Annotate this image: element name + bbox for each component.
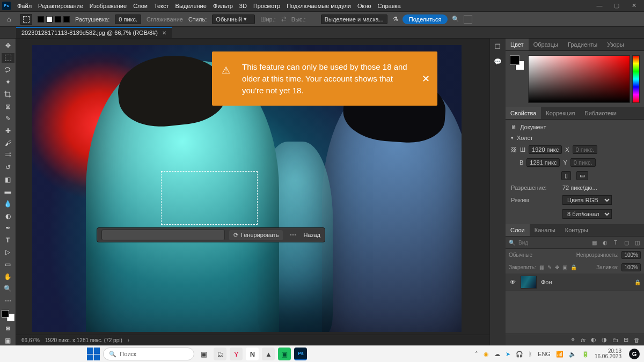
tab-paths[interactable]: Контуры	[560, 224, 593, 236]
gen-more-icon[interactable]: ⋯	[287, 231, 299, 239]
tray-battery-icon[interactable]: 🔋	[582, 351, 589, 358]
minimize-icon[interactable]: —	[595, 2, 604, 9]
filter-search-icon[interactable]: 🔍	[509, 240, 515, 246]
filter-adjust-icon[interactable]: ◐	[601, 239, 609, 246]
menu-plugins[interactable]: Подключаемые модули	[287, 3, 351, 9]
flask-icon[interactable]: ⚗	[393, 16, 398, 23]
menu-3d[interactable]: 3D	[239, 3, 247, 9]
path-select-tool-icon[interactable]: ▷	[2, 247, 14, 257]
tray-bt-icon[interactable]: ᛒ	[529, 351, 532, 357]
fx-icon[interactable]: fx	[581, 337, 586, 343]
group-icon[interactable]: 🗀	[612, 337, 618, 343]
healing-tool-icon[interactable]: ✚	[2, 126, 14, 136]
color-fg-bg[interactable]	[510, 55, 525, 70]
maximize-icon[interactable]: ▢	[612, 2, 621, 9]
adjustment-layer-icon[interactable]: ◑	[602, 336, 607, 343]
notion-icon[interactable]: N	[246, 348, 259, 360]
tray-telegram-icon[interactable]: ➤	[506, 351, 510, 358]
y-input[interactable]: 0 пикс.	[570, 158, 596, 167]
g-badge-icon[interactable]: G	[629, 349, 640, 359]
selection-mode-icons[interactable]	[38, 16, 70, 23]
tab-channels[interactable]: Каналы	[530, 224, 560, 236]
dodge-tool-icon[interactable]: ◐	[2, 211, 14, 221]
hand-tool-icon[interactable]: ✋	[2, 271, 14, 282]
close-tab-icon[interactable]: ✕	[162, 30, 166, 36]
tray-headset-icon[interactable]: 🎧	[516, 351, 523, 358]
brush-tool-icon[interactable]: 🖌	[2, 138, 14, 148]
depth-select[interactable]: 8 бит/канал	[562, 209, 612, 219]
tray-chevron-icon[interactable]: ˄	[475, 351, 478, 358]
lock-all-icon[interactable]: ▦	[539, 264, 544, 270]
tab-color[interactable]: Цвет	[506, 39, 529, 50]
layer-row[interactable]: 👁 Фон 🔒	[506, 274, 644, 291]
clone-tool-icon[interactable]: ⮆	[2, 150, 14, 160]
document-tab[interactable]: 20230128171113-8139d582.jpg @ 66,7% (RGB…	[16, 27, 172, 38]
status-arrow-icon[interactable]: ›	[128, 337, 129, 343]
lock-artboard-icon[interactable]: ▣	[562, 264, 567, 270]
menu-view[interactable]: Просмотр	[253, 3, 280, 9]
menu-edit[interactable]: Редактирование	[38, 3, 83, 9]
generate-button[interactable]: ⟳ Генерировать	[229, 230, 283, 240]
lock-lock-icon[interactable]: 🔒	[570, 264, 577, 270]
link-layers-icon[interactable]: ⚭	[570, 336, 575, 343]
tab-properties[interactable]: Свойства	[506, 107, 541, 119]
menu-window[interactable]: Окно	[357, 3, 371, 9]
yandex-icon[interactable]: Y	[230, 348, 243, 360]
visibility-icon[interactable]: 👁	[509, 279, 516, 285]
type-tool-icon[interactable]: T	[2, 235, 14, 246]
select-and-mask-button[interactable]: Выделение и маска...	[321, 14, 387, 24]
home-icon[interactable]: ⌂	[3, 14, 15, 24]
menu-image[interactable]: Изображение	[90, 3, 127, 9]
search-icon[interactable]: 🔍	[452, 16, 459, 23]
link-icon[interactable]: ⛓	[511, 146, 517, 153]
menu-filter[interactable]: Фильтр	[213, 3, 233, 9]
feather-input[interactable]: 0 пикс.	[115, 14, 141, 24]
taskview-icon[interactable]: ▣	[197, 348, 210, 360]
tray-chrome-icon[interactable]: ◉	[484, 351, 489, 358]
marquee-tool-icon[interactable]	[2, 53, 14, 63]
tray-lang[interactable]: ENG	[538, 351, 551, 357]
filter-type-icon[interactable]: T	[612, 239, 619, 246]
document-canvas[interactable]: ⟳ Генерировать ⋯ Назад ⚠ This feature ca…	[32, 45, 462, 332]
selection-marquee[interactable]	[161, 171, 258, 225]
layer-locked-icon[interactable]: 🔒	[634, 279, 641, 285]
history-brush-tool-icon[interactable]: ↺	[2, 162, 14, 173]
tray-wifi-icon[interactable]: 📶	[556, 351, 564, 358]
close-banner-icon[interactable]: ✕	[422, 72, 430, 86]
screenmode-icon[interactable]: ▣	[2, 335, 14, 345]
menu-select[interactable]: Выделение	[175, 3, 207, 9]
x-input[interactable]: 0 пикс.	[573, 145, 598, 154]
taskbar-photoshop-icon[interactable]: Ps	[294, 348, 307, 360]
style-select[interactable]: Обычный ▾	[212, 14, 255, 24]
fill-input[interactable]: 100%	[621, 263, 641, 271]
gradient-tool-icon[interactable]: ▬	[2, 187, 14, 197]
share-button[interactable]: Поделиться	[402, 14, 448, 24]
layer-name[interactable]: Фон	[541, 279, 552, 285]
lock-pos-icon[interactable]: ✥	[555, 264, 559, 270]
edit-toolbar-icon[interactable]: ⋯	[2, 296, 14, 306]
lock-pixel-icon[interactable]: ✎	[547, 264, 552, 270]
quick-select-tool-icon[interactable]: ✦	[2, 77, 14, 87]
mode-select[interactable]: Цвета RGB	[562, 195, 612, 205]
shape-tool-icon[interactable]: ▭	[2, 260, 14, 270]
active-tool-icon[interactable]	[20, 14, 32, 25]
filter-smart-icon[interactable]: ◫	[633, 239, 641, 246]
quickmask-icon[interactable]: ◙	[2, 323, 14, 334]
zoom-level[interactable]: 66,67%	[21, 337, 40, 343]
frame-tool-icon[interactable]: ⊠	[2, 101, 14, 112]
crop-tool-icon[interactable]	[2, 90, 14, 100]
tray-cloud-icon[interactable]: ☁	[494, 351, 500, 358]
move-tool-icon[interactable]: ✥	[2, 41, 14, 51]
canvas-section[interactable]: ▾Холст	[511, 135, 639, 141]
canvas-viewport[interactable]: ⟳ Генерировать ⋯ Назад ⚠ This feature ca…	[16, 39, 489, 335]
menu-help[interactable]: Справка	[378, 3, 401, 9]
history-panel-icon[interactable]: ❐	[493, 42, 503, 51]
tray-datetime[interactable]: 20:13 16.06.2023	[595, 349, 621, 360]
tab-gradients[interactable]: Градиенты	[563, 39, 602, 50]
filter-shape-icon[interactable]: ▢	[623, 239, 630, 246]
opacity-input[interactable]: 100%	[621, 251, 641, 259]
tab-libraries[interactable]: Библиотеки	[580, 107, 621, 119]
eraser-tool-icon[interactable]: ◧	[2, 174, 14, 184]
height-input[interactable]: 1281 пикс	[526, 158, 560, 167]
generative-prompt-input[interactable]	[101, 230, 225, 240]
